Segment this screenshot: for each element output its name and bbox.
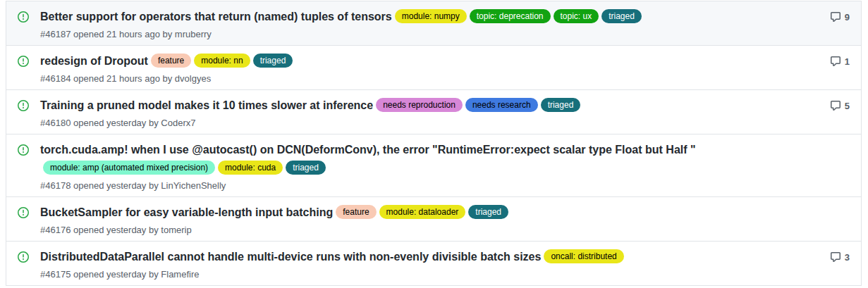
issue-opened-icon (18, 251, 29, 263)
issue-label[interactable]: module: nn (194, 54, 250, 68)
issue-opened-icon (18, 207, 29, 218)
issue-meta: #46187 opened 21 hours ago by mruberry (40, 27, 805, 41)
issue-title-line: DistributedDataParallel cannot handle mu… (40, 248, 805, 266)
issue-title-link[interactable]: DistributedDataParallel cannot handle mu… (40, 251, 541, 263)
issue-side: 1 (805, 56, 850, 67)
comment-count: 5 (845, 101, 850, 111)
issue-row: DistributedDataParallel cannot handle mu… (6, 242, 861, 286)
issue-meta: #46180 opened yesterday by Coderx7 (40, 116, 805, 130)
comment-icon (830, 56, 841, 67)
issue-side: 5 (805, 100, 850, 111)
issue-label[interactable]: topic: deprecation (470, 9, 551, 23)
issue-label[interactable]: module: dataloader (379, 205, 466, 219)
issue-title-link[interactable]: torch.cuda.amp! when I use @autocast() o… (40, 144, 696, 156)
issue-title-line: Better support for operators that return… (40, 8, 805, 26)
issue-side: 3 (805, 251, 850, 263)
issue-label[interactable]: needs research (465, 98, 538, 112)
issue-meta: #46176 opened yesterday by tomerip (40, 223, 805, 237)
issue-main: Better support for operators that return… (40, 8, 805, 41)
issue-label[interactable]: needs reproduction (376, 98, 463, 112)
comment-count: 1 (845, 56, 850, 67)
issue-row: Training a pruned model makes it 10 time… (6, 90, 861, 134)
issue-title-line: torch.cuda.amp! when I use @autocast() o… (40, 141, 805, 177)
issue-title-link[interactable]: BucketSampler for easy variable-length i… (40, 206, 333, 218)
issue-meta: #46175 opened yesterday by Flamefire (40, 268, 805, 281)
comment-count-link[interactable]: 1 (830, 56, 850, 67)
issue-main: redesign of Dropoutfeaturemodule: nntria… (40, 52, 805, 85)
issue-title-line: BucketSampler for easy variable-length i… (40, 204, 805, 222)
comment-count-link[interactable]: 5 (830, 100, 850, 111)
issue-label[interactable]: oncall: distributed (544, 249, 623, 263)
issue-side: 9 (805, 11, 850, 23)
issue-label[interactable]: triaged (253, 54, 293, 68)
issue-label[interactable]: triaged (541, 98, 581, 112)
issue-main: BucketSampler for easy variable-length i… (40, 204, 805, 237)
issue-label[interactable]: feature (336, 205, 376, 219)
issue-label[interactable]: triaged (601, 9, 642, 23)
issue-title-link[interactable]: redesign of Dropout (40, 55, 148, 67)
comment-icon (830, 251, 841, 263)
issue-main: torch.cuda.amp! when I use @autocast() o… (40, 141, 805, 192)
issue-title-line: redesign of Dropoutfeaturemodule: nntria… (40, 52, 805, 70)
issue-label[interactable]: triaged (286, 161, 326, 175)
issue-row: Better support for operators that return… (6, 1, 861, 46)
comment-icon (830, 100, 841, 111)
issue-meta: #46184 opened 21 hours ago by dvolgyes (40, 72, 805, 85)
comment-count-link[interactable]: 3 (830, 251, 850, 263)
issue-opened-icon (18, 11, 29, 23)
issue-opened-icon (18, 144, 29, 156)
issue-row: torch.cuda.amp! when I use @autocast() o… (6, 134, 861, 197)
issue-row: redesign of Dropoutfeaturemodule: nntria… (6, 46, 861, 90)
issue-label[interactable]: module: numpy (395, 9, 467, 23)
issue-label[interactable]: topic: ux (554, 9, 599, 23)
issue-title-link[interactable]: Better support for operators that return… (40, 11, 392, 23)
issue-label[interactable]: module: amp (automated mixed precision) (43, 161, 215, 175)
issues-list: Better support for operators that return… (6, 1, 862, 286)
issue-title-link[interactable]: Training a pruned model makes it 10 time… (40, 99, 373, 111)
issue-label[interactable]: feature (151, 54, 191, 68)
issue-main: DistributedDataParallel cannot handle mu… (40, 248, 805, 281)
comment-count-link[interactable]: 9 (830, 11, 850, 23)
issue-label[interactable]: triaged (468, 205, 508, 219)
issue-row: BucketSampler for easy variable-length i… (6, 197, 861, 242)
issue-opened-icon (18, 56, 29, 67)
issue-meta: #46178 opened yesterday by LinYichenShel… (40, 179, 805, 192)
comment-count: 3 (845, 252, 850, 263)
issue-label[interactable]: module: cuda (218, 161, 283, 175)
comment-count: 9 (845, 12, 850, 23)
issue-opened-icon (18, 100, 29, 111)
issue-main: Training a pruned model makes it 10 time… (40, 96, 805, 130)
issue-title-line: Training a pruned model makes it 10 time… (40, 96, 805, 115)
comment-icon (830, 11, 841, 23)
